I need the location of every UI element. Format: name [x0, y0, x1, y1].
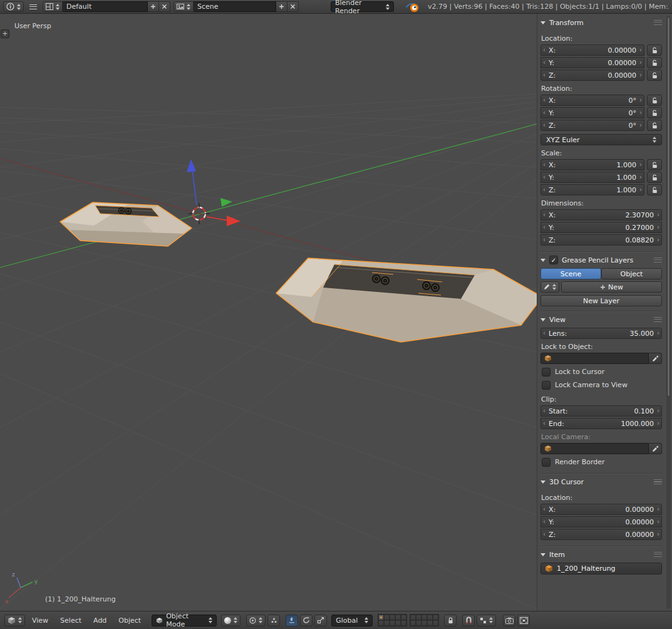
layer-cell[interactable]	[427, 620, 433, 626]
gp-object-tab[interactable]: Object	[601, 268, 662, 279]
local-camera-dropdown[interactable]	[540, 443, 649, 454]
unlink-layout-button[interactable]	[159, 1, 170, 12]
clip-end-field[interactable]: End:1000.000	[540, 418, 662, 429]
layer-cell[interactable]	[427, 615, 433, 620]
layer-cell[interactable]	[390, 615, 395, 620]
layer-cell[interactable]	[390, 620, 395, 626]
menu-object[interactable]: Object	[113, 614, 146, 626]
lock-rotation-z-button[interactable]	[647, 120, 662, 131]
lock-scale-x-button[interactable]	[647, 159, 662, 170]
manipulator-rotate-button[interactable]	[300, 615, 313, 626]
cursor-z-field[interactable]: Z:0.00000	[540, 529, 662, 540]
unlink-scene-button[interactable]	[287, 1, 299, 12]
scene-name-field[interactable]: Scene	[194, 1, 276, 12]
scrollbar-thumb[interactable]	[667, 17, 670, 397]
editor-type-info-button[interactable]	[3, 1, 24, 12]
gp-new-button[interactable]: New	[561, 281, 662, 293]
layer-cell[interactable]	[433, 620, 438, 626]
browse-scene-button[interactable]	[173, 1, 194, 12]
clip-start-field[interactable]: Start:0.100	[540, 405, 662, 417]
lock-location-y-button[interactable]	[647, 57, 662, 68]
grease-pencil-panel-header[interactable]: Grease Pencil Layers	[540, 252, 662, 268]
editor-type-3dview-button[interactable]	[4, 615, 25, 626]
layer-cell[interactable]	[421, 620, 427, 626]
location-y-field[interactable]: Y:0.00000	[540, 57, 644, 68]
lock-scale-y-button[interactable]	[647, 172, 662, 183]
panel-grip-icon[interactable]	[654, 552, 662, 557]
manipulator-translate-button[interactable]	[286, 615, 298, 626]
snap-toggle-button[interactable]	[462, 615, 475, 626]
eyedropper-button[interactable]	[649, 443, 662, 454]
3d-cursor-panel-header[interactable]: 3D Cursor	[540, 474, 662, 490]
transform-panel-header[interactable]: Transform	[540, 14, 662, 31]
location-z-field[interactable]: Z:0.00000	[540, 70, 644, 81]
manipulator-scale-button[interactable]	[314, 615, 327, 626]
pivot-point-dropdown[interactable]	[246, 615, 266, 626]
sidebar-scrollbar[interactable]	[666, 16, 671, 609]
panel-grip-icon[interactable]	[654, 20, 662, 25]
viewport-shading-dropdown[interactable]	[221, 615, 240, 626]
layer-cell[interactable]	[410, 615, 416, 620]
lock-to-cursor-checkbox[interactable]	[542, 368, 551, 377]
layer-cell[interactable]	[384, 615, 390, 620]
menu-add[interactable]: Add	[88, 614, 111, 626]
opengl-render-image-button[interactable]	[503, 615, 515, 626]
item-panel-header[interactable]: Item	[540, 546, 662, 563]
gp-scene-tab[interactable]: Scene	[540, 268, 601, 279]
browse-layout-button[interactable]	[43, 1, 63, 12]
panel-grip-icon[interactable]	[654, 317, 662, 322]
cursor-x-field[interactable]: X:0.00000	[540, 504, 662, 515]
add-layout-button[interactable]	[148, 1, 159, 12]
scale-z-field[interactable]: Z:1.000	[540, 184, 644, 195]
lock-location-x-button[interactable]	[647, 44, 662, 56]
rotation-mode-dropdown[interactable]: XYZ Euler	[540, 134, 662, 145]
layers-group-2[interactable]	[410, 614, 439, 626]
panel-grip-icon[interactable]	[654, 257, 662, 263]
region-expand-button[interactable]: +	[1, 29, 9, 38]
lock-to-scene-button[interactable]	[444, 615, 457, 626]
layer-cell[interactable]	[395, 620, 401, 626]
layer-cell[interactable]	[378, 620, 384, 626]
rotation-x-field[interactable]: X:0°	[540, 95, 644, 106]
rotation-z-field[interactable]: Z:0°	[540, 120, 644, 131]
opengl-render-animation-button[interactable]	[517, 615, 530, 626]
layer-cell[interactable]	[416, 615, 421, 620]
layer-cell[interactable]	[416, 620, 421, 626]
layer-cell[interactable]	[395, 615, 401, 620]
render-border-checkbox[interactable]	[542, 458, 551, 467]
scale-y-field[interactable]: Y:1.000	[540, 172, 644, 183]
layers-group-1[interactable]	[378, 614, 407, 626]
collapse-menus-button[interactable]	[27, 1, 39, 13]
lock-location-z-button[interactable]	[647, 70, 662, 81]
lock-camera-checkbox[interactable]	[542, 381, 551, 390]
scale-x-field[interactable]: X:1.000	[540, 159, 644, 170]
layer-cell[interactable]	[421, 615, 427, 620]
layer-cell[interactable]	[410, 620, 416, 626]
add-scene-button[interactable]	[276, 1, 287, 12]
snap-element-dropdown[interactable]	[477, 615, 496, 626]
render-engine-dropdown[interactable]: Blender Render	[331, 1, 394, 12]
layer-cell[interactable]	[401, 615, 406, 620]
lock-scale-z-button[interactable]	[647, 184, 662, 195]
layers-widget[interactable]	[378, 614, 439, 626]
gp-datablock-browse-button[interactable]	[540, 281, 559, 293]
lock-rotation-x-button[interactable]	[647, 95, 662, 106]
menu-select[interactable]: Select	[55, 614, 86, 626]
menu-view[interactable]: View	[27, 614, 53, 626]
object-name-field[interactable]: 1_200_Halterung	[540, 563, 662, 574]
panel-grip-icon[interactable]	[654, 479, 662, 484]
grease-pencil-checkbox[interactable]	[549, 256, 558, 264]
dimensions-z-field[interactable]: Z:0.08820	[540, 234, 662, 246]
3d-viewport[interactable]: x y z + User Persp (1) 1_200_Halterung	[0, 14, 537, 611]
layout-name-field[interactable]: Default	[63, 1, 148, 12]
layer-cell[interactable]	[384, 620, 390, 626]
dimensions-x-field[interactable]: X:2.30700	[540, 209, 662, 221]
dimensions-y-field[interactable]: Y:0.27000	[540, 222, 662, 233]
layer-cell[interactable]	[378, 615, 384, 620]
transform-orientation-dropdown[interactable]: Global	[331, 615, 373, 626]
view-panel-header[interactable]: View	[540, 311, 662, 328]
layer-cell[interactable]	[433, 615, 438, 620]
cursor-y-field[interactable]: Y:0.00000	[540, 516, 662, 528]
gp-new-layer-button[interactable]: New Layer	[540, 295, 662, 306]
lens-field[interactable]: Lens:35.000	[540, 328, 662, 339]
